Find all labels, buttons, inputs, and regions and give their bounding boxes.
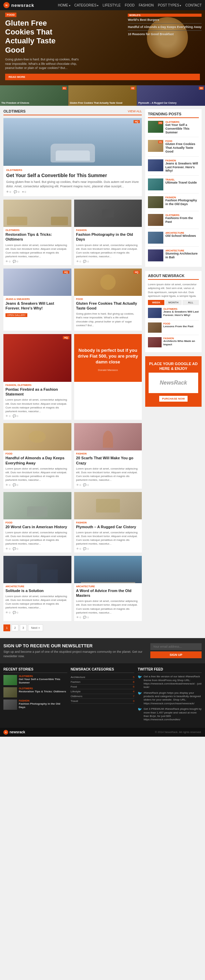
post-card-jeans-title: Jeans & Sneakers Will Last Forever. Here…	[5, 301, 69, 311]
section-oldtimers-view-all[interactable]: VIEW ALL	[128, 110, 142, 113]
footer-story-1-content: Oldtimers Get Your Self a Convertible Th…	[19, 675, 67, 685]
trending-post-8-content: Architecture Stunning Architecture in Ba…	[165, 250, 199, 261]
post-card-almonds-title: Handful of Almonds a Day Keeps Everythin…	[5, 455, 69, 465]
sidebar-ad-purchase-button[interactable]: PURCHASE NOW	[159, 396, 187, 402]
nav-categories[interactable]: CATEGORIES	[74, 3, 99, 7]
two-col-pontiac-ad: HQ Fashion, Oldtimers Pontiac Firebird a…	[3, 334, 142, 420]
featured-strip-item-2[interactable]: 02 Gluten Free Cookies That Actually Tas…	[68, 85, 137, 106]
nav-food[interactable]: FOOD	[125, 3, 135, 7]
popular-post-3-title: Architects Who Made an Impact	[163, 339, 199, 346]
footer-cat-4[interactable]: Lifestyle 4	[71, 689, 135, 694]
page-next-button[interactable]: Next »	[28, 624, 43, 631]
footer-recent-stories-title: Recent Stories	[3, 667, 67, 673]
hero-right-link-2[interactable]: Handful of Almonds a Day Keeps Everythin…	[128, 25, 202, 31]
popular-post-2-category: Food	[163, 323, 194, 325]
post-card-restoration-desc: Lorem ipsum dolor sit amet, consectetur …	[5, 243, 69, 259]
nav-home[interactable]: HOME	[58, 3, 70, 7]
page-2-button[interactable]: 2	[11, 624, 18, 631]
hero-right-link-1[interactable]: World's Best Burgers	[128, 18, 202, 24]
popular-tabs: WEEK MONTH ALL	[148, 300, 199, 305]
trending-post-7: Architecture Old School Windows	[148, 232, 199, 247]
footer-story-2-content: Oldtimers Restoration Tips & Tricks: Old…	[19, 687, 66, 697]
newsletter-section: SIGN UP TO RECEIVE OUR NEWSLETTER Sign u…	[0, 638, 205, 663]
footer-twitter-title: Twitter Feed	[138, 667, 202, 673]
newsletter-description: Sign up and become a part of one of the …	[3, 650, 147, 658]
trending-post-4-content: Travel Ultimate Travel Guide	[165, 178, 197, 190]
newsletter-email-input[interactable]	[151, 643, 202, 650]
post-card-almonds-category: Food	[5, 452, 69, 455]
trending-post-4-image	[148, 178, 163, 190]
newsletter-title: SIGN UP TO RECEIVE OUR NEWSLETTER	[3, 643, 147, 648]
post-card-solitude-meta: 👁 0💬 0	[5, 611, 69, 614]
trending-post-8-title: Stunning Architecture in Bali	[165, 252, 199, 259]
hero-section: Food Gluten Free Cookies That Actually T…	[0, 10, 205, 85]
nav-contact[interactable]: CONTACT	[185, 3, 202, 7]
post-card-advice-content: Architecture A Word of Advice From the O…	[74, 583, 142, 621]
post-card-solitude-image	[3, 556, 71, 583]
trending-title: Trending Posts	[148, 112, 181, 116]
page-1-button[interactable]: 1	[3, 624, 10, 631]
tab-week[interactable]: WEEK	[148, 300, 164, 305]
trending-post-3: Fashion Jeans & Sneakers Will Last Forev…	[148, 159, 199, 176]
hero-category: Food	[5, 13, 16, 17]
featured-strip-item-3[interactable]: 03 Plymouth – A Rugged Car Cistory	[137, 85, 205, 106]
footer-cat-6[interactable]: Travel 3	[71, 699, 135, 703]
post-card-worst-cars: Food 20 Worst Cars in American History L…	[3, 492, 71, 552]
trending-post-2-badge: HQ	[158, 141, 163, 143]
post-card-fashion-photo-category: Fashion	[76, 229, 140, 231]
footer-story-3-category: Fashion	[19, 700, 67, 702]
post-card-restoration-content: Oldtimers Restoration Tips & Tricks: Old…	[3, 227, 71, 265]
footer-story-1-title: Get Your Self a Convertible This Summer	[19, 678, 67, 684]
main-nav: HOME CATEGORIES LIFESTYLE FOOD FASHION P…	[58, 3, 202, 7]
nav-lifestyle[interactable]: LIFESTYLE	[102, 3, 121, 7]
trending-post-6-category: Oldtimers	[165, 214, 199, 216]
tab-all[interactable]: ALL	[183, 300, 199, 305]
footer-tweet-1-text: Get a free lite version of our latest #N…	[144, 675, 202, 689]
post-card-solitude: Architecture Solitude is a Solution Lore…	[3, 556, 71, 621]
about-header: About NewsRack	[148, 274, 199, 280]
footer-story-2: Oldtimers Restoration Tips & Tricks: Old…	[3, 687, 67, 697]
page-3-button[interactable]: 3	[20, 624, 27, 631]
newsletter-signup-button[interactable]: SIGN UP	[151, 651, 202, 658]
post-card-cookies-category: Food	[76, 298, 140, 300]
nav-fashion[interactable]: FASHION	[139, 3, 154, 7]
footer-tweet-2-text: #NewsRack plugin helps you display your …	[144, 691, 202, 706]
featured-strip-item-1[interactable]: 01 The Freedom of Choices	[0, 85, 68, 106]
post-card-solitude-desc: Lorem ipsum dolor sit amet, consectetur …	[5, 594, 69, 610]
hero-read-more-button[interactable]: READ MORE	[5, 74, 200, 80]
post-card-fashion-photo-meta: 👁 0 💬 0	[76, 260, 140, 263]
footer-story-2-title: Restoration Tips & Tricks: Oldtimers	[19, 690, 66, 694]
trending-post-2-image: HQ	[148, 140, 163, 152]
post-card-plymouth-title: Plymouth – A Rugged Car Cistory	[76, 525, 140, 529]
footer-cat-1[interactable]: Architecture 5	[71, 675, 135, 680]
footer-cat-2[interactable]: Fashion 8	[71, 680, 135, 684]
sidebar-ad: PLACE YOUR GOOGLE AD HERE & ENJOY NewsRa…	[145, 356, 202, 407]
post-card-plymouth-meta: 👁 0💬 0	[76, 547, 140, 550]
footer-cat-3[interactable]: Food 6	[71, 684, 135, 689]
trending-post-2: HQ Food Gluten Free Cookies That Actuall…	[148, 140, 199, 156]
post-card-cookies-desc: Going gluten-free is hard. But giving up…	[76, 312, 140, 327]
open-gallery-button[interactable]: OPEN GALLERY	[5, 313, 27, 317]
popular-post-1-title: Jeans & Sneakers Will Last Forever. Here…	[163, 310, 199, 317]
trending-post-1-content: Oldtimers Get Your Self a Convertible Th…	[165, 121, 199, 134]
trending-header: Trending Posts	[148, 112, 199, 118]
hero-right-link-3[interactable]: 10 Reasons for Good Breakfast	[128, 32, 202, 38]
footer-cat-5[interactable]: Oldtimers 7	[71, 694, 135, 699]
trending-post-7-title: Old School Windows	[165, 234, 196, 238]
tab-month[interactable]: MONTH	[165, 300, 181, 305]
sidebar-ad-image: NewsRack	[149, 372, 198, 393]
post-card-advice-category: Architecture	[76, 585, 140, 588]
post-card-almonds-desc: Lorem ipsum dolor sit amet, consectetur …	[5, 467, 69, 482]
post-card-pontiac-title: Pontiac Firebird as a Fashion Statement	[5, 387, 69, 397]
logo[interactable]: N newsrack	[3, 2, 34, 8]
about-title: About NewsRack	[148, 274, 184, 278]
trending-post-6-image	[148, 214, 163, 226]
ad-card: Nobody is perfect but if you drive Fiat …	[74, 334, 142, 420]
post-card-restoration-category: Oldtimers	[5, 229, 69, 231]
post-card-almonds-content: Food Handful of Almonds a Day Keeps Ever…	[3, 450, 71, 488]
footer-logo-icon: N	[3, 730, 8, 735]
two-col-posts-1: Oldtimers Restoration Tips & Tricks: Old…	[3, 200, 142, 265]
post-card-worst-cars-desc: Lorem ipsum dolor sit amet, consectetur …	[5, 531, 69, 546]
nav-post-types[interactable]: POST TYPES	[158, 3, 181, 7]
about-section: About NewsRack Lorem ipsum dolor sit ame…	[145, 271, 202, 352]
